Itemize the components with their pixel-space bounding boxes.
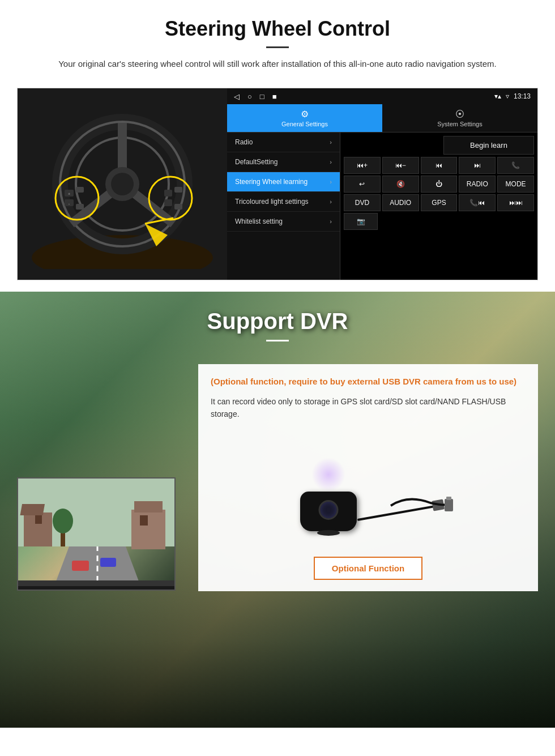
wifi-icon: ▿ (506, 92, 509, 100)
camera-lens (319, 500, 339, 520)
dvr-inset-image (17, 477, 176, 591)
control-grid-row4: 📷 (344, 213, 534, 230)
nav-icons: ◁ ○ □ ■ (234, 92, 277, 101)
section1-header: Steering Wheel Control Your original car… (0, 0, 555, 76)
dvr-title: Support DVR (0, 309, 555, 334)
phone-btn[interactable]: 📞 (497, 157, 534, 174)
section1-title: Steering Wheel Control (34, 17, 521, 41)
camera-btn[interactable]: 📷 (344, 213, 378, 230)
android-ui-panel: ◁ ○ □ ■ ▾▴ ▿ 13:13 ⚙ General Settings ⦿ … (227, 88, 537, 280)
menu-icon[interactable]: ■ (272, 92, 277, 101)
road-scene-svg (18, 479, 176, 591)
begin-learn-row: Begin learn (344, 136, 534, 155)
svg-rect-39 (445, 499, 453, 511)
power-btn[interactable]: ⏻ (421, 176, 458, 193)
chevron-icon: › (330, 178, 332, 185)
menu-default-label: DefaultSetting (235, 158, 278, 166)
camera-light-effect (311, 458, 345, 492)
chevron-icon: › (330, 139, 332, 146)
menu-steering-label: Steering Wheel learning (235, 178, 308, 186)
control-grid-row2: ↩ 🔇 ⏻ RADIO MODE (344, 176, 534, 193)
tab-general-settings[interactable]: ⚙ General Settings (227, 104, 382, 133)
dvd-btn[interactable]: DVD (344, 194, 381, 211)
svg-rect-33 (134, 501, 163, 512)
section1-divider (266, 46, 289, 48)
chevron-icon: › (330, 198, 332, 205)
status-bar: ▾▴ ▿ 13:13 (494, 92, 531, 100)
camera-body (300, 492, 357, 531)
next-btn[interactable]: ⏭ (459, 157, 496, 174)
signal-icon: ▾▴ (494, 92, 501, 100)
prev-btn[interactable]: ⏮ (421, 157, 458, 174)
menu-radio-label: Radio (235, 138, 253, 146)
gps-btn[interactable]: GPS (421, 194, 458, 211)
svg-rect-34 (140, 515, 148, 526)
general-settings-icon: ⚙ (301, 109, 309, 119)
svg-rect-20 (174, 187, 182, 193)
svg-rect-27 (35, 515, 42, 524)
steering-wheel-svg: + - (26, 99, 219, 269)
audio-btn[interactable]: AUDIO (382, 194, 419, 211)
menu-list: Radio › DefaultSetting › Steering Wheel … (227, 133, 340, 280)
home-icon[interactable]: ○ (247, 92, 252, 101)
dvr-info-box: (Optional function, require to buy exter… (198, 364, 538, 591)
mute-btn[interactable]: 🔇 (382, 176, 419, 193)
menu-item-whitelist[interactable]: Whitelist setting › (227, 212, 340, 232)
svg-point-29 (53, 509, 73, 533)
svg-rect-16 (76, 187, 84, 193)
svg-rect-32 (131, 510, 165, 549)
svg-rect-26 (20, 504, 45, 515)
control-grid-row3: DVD AUDIO GPS 📞⏮ ⏭⏭ (344, 194, 534, 211)
back-call-btn[interactable]: ↩ (344, 176, 381, 193)
time-display: 13:13 (514, 92, 531, 100)
dvr-left-panel (17, 364, 187, 591)
dvr-title-area: Support DVR (0, 292, 555, 353)
menu-item-radio[interactable]: Radio › (227, 133, 340, 152)
optional-function-button[interactable]: Optional Function (314, 557, 422, 580)
system-settings-icon: ⦿ (455, 109, 464, 119)
android-topbar: ◁ ○ □ ■ ▾▴ ▿ 13:13 (227, 88, 537, 104)
begin-learn-button[interactable]: Begin learn (443, 136, 534, 155)
call-prev-btn[interactable]: 📞⏮ (459, 194, 496, 211)
mode-btn[interactable]: MODE (497, 176, 534, 193)
steering-wheel-image: + - (18, 88, 227, 280)
skip-btn[interactable]: ⏭⏭ (497, 194, 534, 211)
svg-text:+: + (68, 192, 70, 196)
svg-point-9 (111, 173, 134, 195)
vol-down-btn[interactable]: ⏮− (382, 157, 419, 174)
dvr-optional-text: (Optional function, require to buy exter… (211, 375, 526, 388)
menu-tricolour-label: Tricoloured light settings (235, 198, 309, 206)
chevron-icon: › (330, 159, 332, 165)
steering-ui-panel: + - ◁ ○ □ ■ ▾▴ ▿ (17, 88, 538, 280)
svg-rect-36 (100, 558, 116, 567)
dvr-camera-illustration (283, 429, 453, 543)
tab-system-settings[interactable]: ⦿ System Settings (382, 104, 537, 133)
settings-tabs: ⚙ General Settings ⦿ System Settings (227, 104, 537, 133)
svg-rect-40 (446, 497, 451, 500)
chevron-icon: › (330, 218, 332, 225)
svg-rect-19 (164, 199, 172, 206)
control-panel: Begin learn ⏮+ ⏮− ⏮ ⏭ 📞 ↩ 🔇 ⏻ RADIO MODE (340, 133, 537, 280)
recents-icon[interactable]: □ (260, 92, 264, 101)
dvr-section: Support DVR (0, 292, 555, 728)
menu-item-default[interactable]: DefaultSetting › (227, 152, 340, 172)
optional-function-area: Optional Function (211, 551, 526, 580)
menu-item-steering[interactable]: Steering Wheel learning › (227, 172, 340, 192)
dvr-description: It can record video only to storage in G… (211, 395, 526, 421)
svg-rect-18 (164, 190, 172, 197)
svg-rect-17 (76, 204, 84, 210)
control-grid-row1: ⏮+ ⏮− ⏮ ⏭ 📞 (344, 157, 534, 174)
radio-btn[interactable]: RADIO (459, 176, 496, 193)
dvr-divider (266, 340, 289, 341)
tab-general-label: General Settings (281, 121, 328, 127)
ui-body: Radio › DefaultSetting › Steering Wheel … (227, 133, 537, 280)
vol-up-btn[interactable]: ⏮+ (344, 157, 381, 174)
svg-rect-38 (18, 586, 176, 591)
menu-whitelist-label: Whitelist setting (235, 217, 283, 225)
svg-rect-21 (174, 204, 182, 210)
dvr-content: (Optional function, require to buy exter… (0, 353, 555, 603)
section1-description: Your original car's steering wheel contr… (34, 57, 521, 71)
tab-system-label: System Settings (437, 121, 482, 127)
back-icon[interactable]: ◁ (234, 92, 240, 101)
menu-item-tricolour[interactable]: Tricoloured light settings › (227, 192, 340, 212)
